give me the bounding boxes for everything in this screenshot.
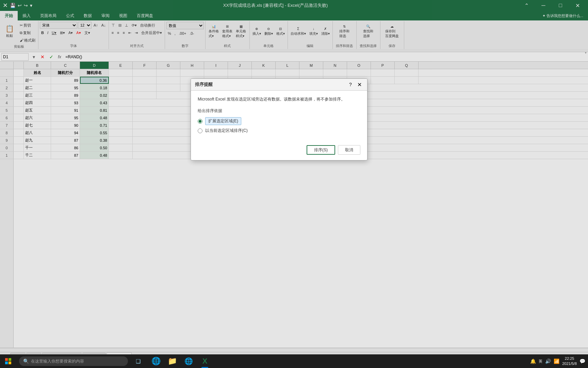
taskbar-app-ie[interactable]: 🌐 [181, 354, 196, 368]
clock-date: 2021/5/8 [562, 361, 577, 366]
network-icon[interactable]: 📶 [554, 358, 559, 364]
start-button[interactable] [0, 354, 16, 368]
edge-icon: 🌐 [151, 357, 161, 366]
svg-rect-3 [9, 362, 11, 364]
excel-taskbar-icon: X [202, 357, 208, 366]
dialog-section-label: 给出排序依据 [198, 108, 360, 114]
dialog-titlebar: 排序提醒 ? ✕ [191, 79, 367, 91]
taskbar-apps: 🌐 📁 🌐 X [146, 354, 339, 368]
dialog-title-buttons: ? ✕ [347, 81, 363, 88]
radio-option-current[interactable]: 以当前选定区域排序(C) [198, 128, 360, 134]
taskbar-search[interactable]: 🔍 在这里输入你想要搜索的内容 [19, 356, 128, 366]
taskbar-app-edge[interactable]: 🌐 [148, 354, 163, 368]
dialog-body: Microsoft Excel 发现在选定区域旁边还有数据。该数据未被选择，将不… [191, 91, 367, 142]
dialog-overlay: 排序提醒 ? ✕ Microsoft Excel 发现在选定区域旁边还有数据。该… [0, 0, 588, 368]
dialog-footer: 排序(S) 取消 [191, 142, 367, 160]
taskbar-app-excel[interactable]: X [197, 354, 212, 368]
svg-rect-0 [5, 358, 8, 361]
radio-current[interactable] [198, 128, 202, 133]
notification-icon[interactable]: 🔔 [530, 358, 536, 364]
dialog-message: Microsoft Excel 发现在选定区域旁边还有数据。该数据未被选择，将不… [198, 96, 360, 103]
ime-indicator[interactable]: 英 [539, 359, 542, 364]
taskbar-app-explorer[interactable]: 📁 [165, 354, 180, 368]
taskbar-right: 🔔 英 🔊 📶 22:25 2021/5/8 💬 [527, 356, 588, 367]
taskbar: 🔍 在这里输入你想要搜索的内容 ❑ 🌐 📁 🌐 X 🔔 英 🔊 📶 22:25 … [0, 354, 588, 368]
taskbar-app-taskview[interactable]: ❑ [131, 354, 146, 368]
current-option-label: 以当前选定区域排序(C) [205, 128, 248, 134]
taskbar-clock[interactable]: 22:25 2021/5/8 [562, 356, 577, 367]
radio-option-expand[interactable]: 扩展选定区域(E) [198, 117, 360, 125]
dialog-help-btn[interactable]: ? [347, 81, 354, 88]
ie-icon: 🌐 [184, 357, 193, 365]
notification-center-btn[interactable]: 💬 [579, 358, 585, 364]
svg-rect-1 [9, 358, 11, 361]
windows-logo-icon [5, 358, 11, 364]
radio-expand[interactable] [198, 119, 202, 124]
expand-option-label: 扩展选定区域(E) [205, 117, 241, 125]
speaker-icon[interactable]: 🔊 [545, 358, 551, 364]
taskbar-search-placeholder: 在这里输入你想要搜索的内容 [31, 358, 84, 364]
svg-rect-2 [5, 362, 8, 364]
cancel-btn[interactable]: 取消 [338, 145, 360, 155]
sort-btn[interactable]: 排序(S) [307, 145, 335, 155]
taskbar-search-icon: 🔍 [23, 358, 29, 364]
taskview-icon: ❑ [136, 358, 141, 365]
dialog-title: 排序提醒 [195, 81, 213, 88]
dialog-close-btn[interactable]: ✕ [356, 81, 363, 88]
explorer-icon: 📁 [168, 357, 177, 366]
clock-time: 22:25 [562, 356, 577, 361]
sort-dialog: 排序提醒 ? ✕ Microsoft Excel 发现在选定区域旁边还有数据。该… [191, 78, 368, 160]
